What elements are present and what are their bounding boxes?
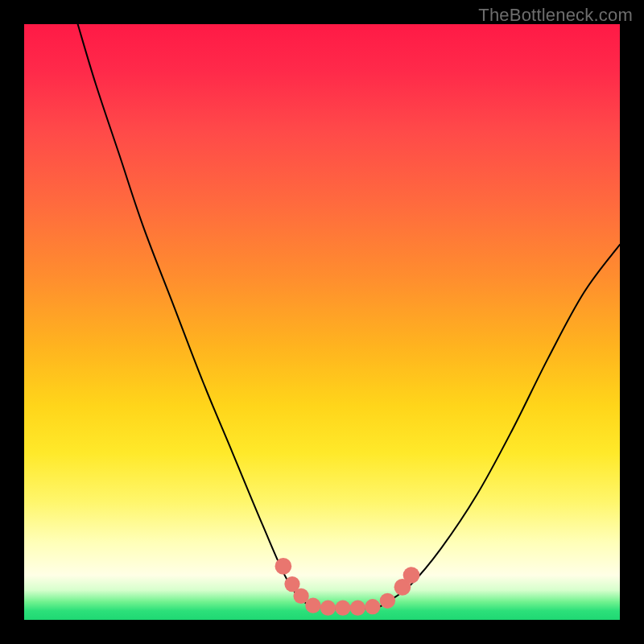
highlight-markers bbox=[275, 558, 420, 616]
highlight-marker bbox=[320, 601, 336, 616]
highlight-marker bbox=[335, 601, 350, 616]
highlight-marker bbox=[275, 558, 292, 575]
highlight-marker bbox=[403, 567, 420, 584]
watermark-text: TheBottleneck.com bbox=[478, 5, 633, 26]
highlight-marker bbox=[350, 601, 365, 616]
bottleneck-curve bbox=[78, 24, 620, 609]
highlight-marker bbox=[365, 599, 380, 614]
chart-frame: TheBottleneck.com bbox=[0, 0, 644, 644]
highlight-marker bbox=[380, 593, 395, 609]
plot-area bbox=[24, 24, 620, 620]
curve-layer bbox=[24, 24, 620, 620]
bottleneck-curve-path bbox=[78, 24, 620, 609]
highlight-marker bbox=[305, 598, 320, 613]
